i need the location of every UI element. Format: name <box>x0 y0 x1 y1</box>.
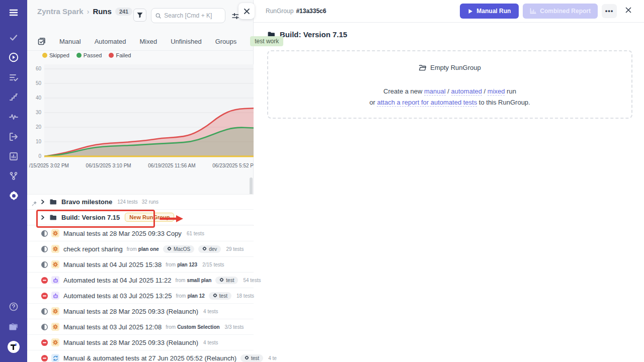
run-title[interactable]: Automated tests at 03 Jul 2025 13:25 <box>63 292 172 300</box>
run-row[interactable]: Automated tests at 04 Jul 2025 11:22from… <box>27 273 254 288</box>
tab-manual[interactable]: Manual <box>59 38 81 45</box>
run-row[interactable]: check report sharingfromplan oneMacOSdev… <box>27 241 254 257</box>
rungroup-row-bravo[interactable]: Bravo milestone 124 tests 32 runs <box>27 194 254 210</box>
plans-icon[interactable] <box>0 70 27 85</box>
run-title[interactable]: Automated tests at 04 Jul 2025 11:22 <box>63 277 171 284</box>
rungroup-runs-count: 32 runs <box>142 199 158 205</box>
tab-mixed[interactable]: Mixed <box>140 38 157 45</box>
app-window: Zyntra Spark › Runs 241 Manual Automated… <box>0 0 644 362</box>
plan-name[interactable]: plan 12 <box>187 293 204 299</box>
plan-name[interactable]: Custom Selection <box>177 324 219 330</box>
filter-button[interactable] <box>133 9 146 22</box>
create-mixed-run-link[interactable]: mixed <box>488 87 505 96</box>
env-badge: test <box>240 354 263 362</box>
plan-name[interactable]: small plan <box>187 278 211 283</box>
run-title[interactable]: check report sharing <box>63 245 123 253</box>
run-title[interactable]: Manual tests at 28 Mar 2025 09:33 (Relau… <box>63 308 198 315</box>
attach-report-link[interactable]: attach a report for automated tests <box>377 99 477 107</box>
legend-failed: Failed <box>109 52 131 58</box>
run-row[interactable]: Manual tests at 03 Jul 2025 12:08fromCus… <box>27 319 254 335</box>
chart-legend: Skipped Passed Failed <box>42 52 131 58</box>
from-label: from <box>166 324 176 330</box>
select-runs-icon[interactable] <box>37 37 46 46</box>
rungroup-type-label: RunGroup <box>266 8 293 15</box>
y-tick: 20 <box>36 124 41 130</box>
panel-close-button[interactable] <box>238 3 255 19</box>
rungroup-name[interactable]: Bravo milestone <box>61 198 112 206</box>
gear-icon <box>219 278 224 283</box>
steps-icon[interactable] <box>0 89 27 105</box>
run-row[interactable]: Manual & automated tests at 27 Jun 2025 … <box>27 350 254 362</box>
x-tick: 06/19/2025 11:56 AM <box>148 163 195 168</box>
plan-name[interactable]: plan one <box>138 246 159 252</box>
env-badge: test <box>209 292 231 300</box>
project-name[interactable]: Zyntra Spark <box>37 7 84 16</box>
search-input[interactable] <box>164 12 221 19</box>
run-row[interactable]: Automated tests at 03 Jul 2025 13:25from… <box>27 288 254 304</box>
manual-run-button[interactable]: Manual Run <box>460 4 519 19</box>
robot-icon <box>51 292 59 300</box>
y-tick: 0 <box>38 153 41 159</box>
search-icon <box>155 13 161 19</box>
tab-unfinished[interactable]: Unfinished <box>171 38 201 45</box>
y-tick: 10 <box>36 139 41 144</box>
in-progress-status-icon <box>40 323 48 331</box>
from-label: from <box>176 293 186 299</box>
runs-icon[interactable] <box>0 50 27 65</box>
search-box[interactable] <box>151 8 225 23</box>
projects-icon[interactable] <box>0 319 27 334</box>
tab-groups[interactable]: Groups <box>215 38 237 45</box>
funnel-icon <box>136 12 143 19</box>
tasks-icon[interactable] <box>0 30 27 45</box>
run-tests-count: 3/3 tests <box>225 324 244 330</box>
import-icon[interactable] <box>0 129 27 144</box>
detail-close-button[interactable] <box>621 5 636 18</box>
help-icon[interactable] <box>0 299 27 314</box>
tag-filter-chip[interactable]: test work <box>250 36 283 46</box>
pulse-icon[interactable] <box>0 109 27 124</box>
tab-automated[interactable]: Automated <box>95 38 126 45</box>
chart-x-axis: /15/2025 3:02 PM 06/15/2025 3:10 PM 06/1… <box>29 163 254 168</box>
run-tests-count: 2/15 tests <box>202 262 224 267</box>
run-row[interactable]: Manual tests at 28 Mar 2025 09:33 (Relau… <box>27 335 254 350</box>
run-type-tabs: Manual Automated Mixed Unfinished Groups… <box>37 36 283 46</box>
gear-icon <box>213 293 217 299</box>
combined-report-button[interactable]: Combined Report <box>523 4 598 19</box>
legend-passed: Passed <box>76 52 102 58</box>
tabs-divider <box>27 50 254 51</box>
run-row[interactable]: Manual tests at 04 Jul 2025 15:38frompla… <box>27 257 254 273</box>
menu-icon[interactable] <box>0 5 27 20</box>
run-title[interactable]: Manual tests at 03 Jul 2025 12:08 <box>63 323 162 331</box>
empty-state-text: Create a new manual / automated / mixed … <box>369 86 530 108</box>
runs-panel: Zyntra Spark › Runs 241 Manual Automated… <box>27 0 254 362</box>
run-title[interactable]: Manual & automated tests at 27 Jun 2025 … <box>63 354 236 362</box>
create-manual-run-link[interactable]: manual <box>424 87 446 96</box>
run-row[interactable]: Manual tests at 28 Mar 2025 09:33 Copy61… <box>27 226 254 241</box>
logo[interactable] <box>0 339 27 354</box>
settings-icon[interactable] <box>0 188 27 203</box>
run-title[interactable]: Manual tests at 04 Jul 2025 15:38 <box>63 261 162 268</box>
breadcrumb-separator: › <box>87 8 90 16</box>
failed-status-icon <box>40 292 48 300</box>
rungroup-name[interactable]: Build: Version 7.15 <box>61 214 120 221</box>
create-automated-run-link[interactable]: automated <box>451 87 482 96</box>
branches-icon[interactable] <box>0 168 27 184</box>
run-tests-count: 4 te <box>268 355 277 361</box>
from-label: from <box>127 246 137 252</box>
robot-icon <box>51 276 59 284</box>
rungroup-tests-count: 124 tests <box>117 199 138 205</box>
rungroup-row-build[interactable]: Build: Version 7.15 New RunGroup <box>27 210 254 225</box>
runs-area-chart <box>44 64 254 161</box>
reports-icon[interactable] <box>0 149 27 164</box>
plan-name[interactable]: plan 123 <box>177 262 197 267</box>
chevron-right-icon[interactable] <box>40 199 45 205</box>
runs-count-badge: 241 <box>115 8 132 16</box>
more-options-button[interactable]: ••• <box>602 4 617 18</box>
legend-skipped: Skipped <box>42 52 69 58</box>
run-title[interactable]: Manual tests at 28 Mar 2025 09:33 Copy <box>63 230 182 237</box>
chevron-right-icon[interactable] <box>40 215 45 220</box>
run-title[interactable]: Manual tests at 28 Mar 2025 09:33 (Relau… <box>63 339 198 346</box>
skipped-dot <box>42 53 47 58</box>
run-row[interactable]: Manual tests at 28 Mar 2025 09:33 (Relau… <box>27 304 254 319</box>
breadcrumb: Zyntra Spark › Runs 241 <box>37 7 132 16</box>
